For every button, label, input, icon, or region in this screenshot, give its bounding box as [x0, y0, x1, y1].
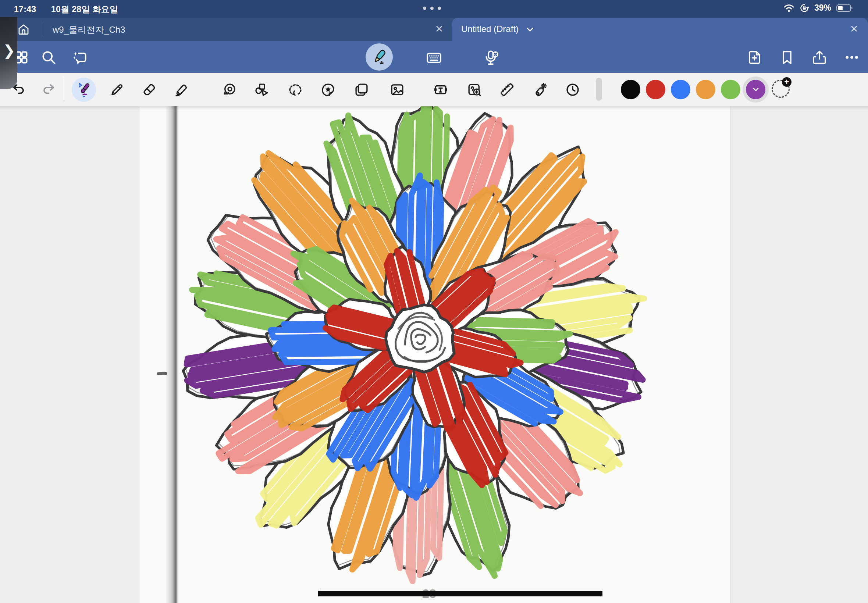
status-left: 17:43 10월 28일 화요일: [14, 4, 118, 15]
microphone-off-icon[interactable]: [483, 49, 499, 65]
battery-percent: 39%: [814, 3, 831, 13]
color-swatch-red[interactable]: [646, 80, 665, 99]
tape-tool[interactable]: [220, 80, 240, 100]
rotation-lock-icon: [800, 3, 809, 13]
battery-icon: [836, 4, 853, 12]
color-swatch-orange[interactable]: [696, 80, 715, 99]
slideover-edge-handle[interactable]: ❯: [0, 17, 17, 89]
tab-document-1[interactable]: w9_물리전자_Ch3: [53, 24, 125, 36]
add-page-icon[interactable]: [747, 49, 763, 65]
tab-document-2-active[interactable]: Untitled (Draft) ✕: [452, 18, 868, 41]
keyboard-icon[interactable]: [425, 49, 442, 65]
search-icon[interactable]: [40, 49, 57, 65]
chevron-down-icon[interactable]: [525, 26, 535, 33]
sticker-tool[interactable]: [318, 80, 338, 100]
tab-bar: w9_물리전자_Ch3 ✕ Untitled (Draft) ✕: [0, 18, 868, 41]
shapes-tool[interactable]: [252, 80, 272, 100]
flower-coloring-drawing[interactable]: 28: [0, 106, 868, 603]
share-icon[interactable]: [811, 49, 828, 65]
more-icon[interactable]: [844, 49, 860, 65]
tools-scroll-pill[interactable]: [596, 78, 602, 101]
text-tool[interactable]: [431, 80, 450, 100]
tab-divider: [44, 21, 44, 37]
flashcards-tool[interactable]: [351, 80, 371, 100]
tab2-close-icon[interactable]: ✕: [848, 23, 860, 35]
brush-tool-selected[interactable]: [72, 77, 96, 102]
highlighter-tool[interactable]: [172, 80, 191, 100]
color-swatch-blue[interactable]: [671, 80, 690, 99]
tab1-close-icon[interactable]: ✕: [433, 23, 445, 35]
home-button[interactable]: [17, 23, 30, 36]
main-toolbar: [0, 41, 868, 73]
color-swatch-purple[interactable]: [746, 80, 765, 99]
clock-time: 17:43: [14, 5, 36, 14]
tools-bar: +: [0, 73, 868, 107]
flower-petals: [179, 106, 651, 586]
canvas-area[interactable]: 28: [0, 106, 868, 603]
ai-lasso-icon[interactable]: [72, 49, 88, 65]
bookmark-icon[interactable]: [779, 49, 795, 65]
element-search-tool[interactable]: [464, 80, 484, 100]
color-swatch-green[interactable]: [721, 80, 740, 99]
tab2-title[interactable]: Untitled (Draft): [461, 24, 518, 34]
status-bar: 17:43 10월 28일 화요일 39%: [0, 0, 868, 18]
pencil-tool[interactable]: [107, 80, 127, 100]
color-swatch-black[interactable]: [621, 80, 641, 99]
multitask-indicator[interactable]: [423, 7, 441, 10]
add-color-button[interactable]: +: [772, 80, 790, 98]
plus-badge: +: [782, 77, 792, 87]
status-date: 10월 28일 화요일: [51, 5, 118, 14]
wifi-icon: [783, 4, 794, 12]
pen-mode-button-selected[interactable]: [365, 43, 393, 71]
goodnotes-window: 17:43 10월 28일 화요일 39%: [0, 0, 868, 603]
scan-black-bar: [318, 591, 602, 596]
image-tool[interactable]: [387, 80, 407, 100]
clock-tool[interactable]: [563, 80, 583, 100]
redo-button-disabled[interactable]: [39, 80, 59, 100]
chevron-right-icon: ❯: [3, 42, 15, 59]
laser-pointer-tool[interactable]: [530, 80, 549, 100]
tools-divider: [63, 77, 63, 102]
status-right: 39%: [783, 3, 853, 13]
lasso-tool[interactable]: [285, 80, 305, 100]
eraser-tool[interactable]: [139, 80, 159, 100]
ruler-tool[interactable]: [497, 80, 517, 100]
